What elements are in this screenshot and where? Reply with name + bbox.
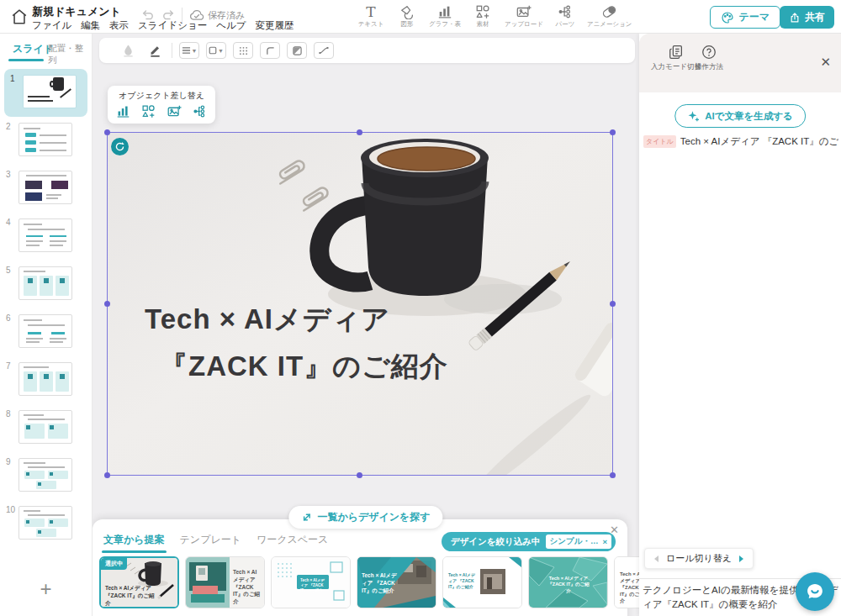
slide-thumb-5[interactable]: 5 [0,261,92,308]
resize-handle-w[interactable] [104,301,110,307]
slide-thumb-9[interactable]: 9 [0,452,92,500]
ai-generate-button[interactable]: AIで文章を生成する [674,104,806,128]
menu-file[interactable]: ファイル [32,19,71,32]
upload-image-icon [516,3,532,19]
save-status: 保存済み [189,9,245,22]
slide-title-entry[interactable]: タイトル Tech × AIメディア 『ZACK IT』のご紹介 [643,135,838,148]
title-text[interactable]: Tech × AIメディア 『ZACK IT』のご紹介 [680,135,838,148]
resize-handle-sw[interactable] [104,472,110,478]
menu-view[interactable]: 表示 [109,19,129,32]
thumbnail [19,362,72,396]
replace-material-icon[interactable] [141,104,156,118]
slide-thumb-8[interactable]: 8 [0,404,92,452]
replace-image-icon[interactable] [167,104,182,118]
expand-icon [301,512,312,523]
slide-title-line2[interactable]: 『ZACK IT』のご紹介 [160,348,448,386]
design-filter-pill[interactable]: デザインを絞り込み中 シンプル・… × [442,532,616,551]
chevron-right-icon[interactable] [738,555,745,563]
thumbnail [19,314,72,348]
chevron-left-icon[interactable] [653,555,659,563]
slide-thumb-3[interactable]: 3 [0,165,92,213]
chart-icon [437,3,452,19]
tool-parts[interactable]: パーツ [551,3,579,29]
document-title[interactable]: 新規ドキュメント [32,4,121,19]
menu-history[interactable]: 変更履歴 [256,19,294,32]
resize-handle-s[interactable] [357,472,362,478]
slide-thumb-1[interactable]: 1 [4,69,87,117]
slide-sidebar: スライド 配置・整列 1 2 [0,34,93,616]
design-thumb-selected[interactable]: 選択中 Tech × AIメディア 『ZACK IT』のご紹介 [99,556,179,608]
home-button[interactable] [8,6,30,28]
role-switch-button[interactable]: ロール切り替え [644,548,754,569]
tool-animation[interactable]: アニメーション [587,3,632,29]
add-slide-button[interactable]: + [0,577,92,601]
share-button[interactable]: 共有 [780,6,834,29]
input-mode-toggle[interactable]: 入力モード切替 [651,44,701,72]
resize-handle-se[interactable] [610,472,616,478]
tab-workspace[interactable]: ワークスペース [257,533,328,547]
replace-chart-icon[interactable] [116,104,130,118]
ai-text-panel: 入力モード切替 操作方法 ✕ AIで文章を生成する タイトル Tech × AI… [639,34,841,616]
tab-arrange[interactable]: 配置・整列 [48,43,92,66]
selected-image-object[interactable]: Tech × AIメディア 『ZACK IT』のご紹介 [108,133,612,475]
resize-handle-n[interactable] [357,129,362,135]
resize-handle-nw[interactable] [104,129,110,135]
fill-color-icon[interactable] [118,42,138,59]
pattern-icon[interactable] [233,42,253,59]
tab-template[interactable]: テンプレート [180,533,241,547]
panel-close-icon[interactable]: ✕ [820,55,831,70]
object-replace-label: オブジェクト差し替え [108,86,215,102]
slide-title-line1[interactable]: Tech × AIメディア [145,301,390,339]
border-color-icon[interactable] [145,42,165,59]
help-button[interactable]: 操作方法 [695,44,723,72]
filter-chip[interactable]: シンプル・… × [546,534,611,549]
curve-icon[interactable] [314,42,334,59]
thumbnail [19,410,72,444]
undo-icon[interactable] [141,8,155,22]
panel-header: 入力モード切替 操作方法 ✕ [639,34,841,92]
design-thumb-6[interactable]: Tech × AIメディア 『ZACK IT』のご紹介 [528,556,608,608]
contrast-icon[interactable] [287,42,307,59]
tool-shapes[interactable]: 図形 [393,3,421,29]
design-suggestion-panel: ✕ 文章から提案 テンプレート ワークスペース デザインを絞り込み中 シンプル・… [93,519,627,616]
tool-upload[interactable]: アップロード [505,3,543,29]
design-thumb-3[interactable]: Tech × AIメディア 『ZACK IT』のご紹介 [271,556,351,608]
slide-thumb-2[interactable]: 2 [0,117,92,165]
object-replace-popup: オブジェクト差し替え [108,86,215,124]
rotate-handle[interactable] [111,138,129,155]
tool-text[interactable]: T テキスト [357,3,385,29]
tool-material[interactable]: 素材 [468,3,497,29]
redo-icon[interactable] [161,8,175,22]
theme-button[interactable]: テーマ [710,6,780,29]
text-icon: T [366,3,375,19]
tool-chart[interactable]: グラフ・表 [429,3,461,29]
explore-designs-button[interactable]: 一覧からデザインを探す [288,506,442,529]
divider [182,8,182,23]
line-style-dropdown[interactable]: ▼ [179,42,199,59]
design-thumb-4[interactable]: Tech × AIメディア 『ZACK IT』のご紹介 [357,556,436,608]
canvas-area: ▼ ▼ オブジェクト差し替え [93,34,639,616]
design-thumb-2[interactable]: Tech × AIメディア 『ZACK IT』のご紹介 [185,556,265,608]
slide-thumb-7[interactable]: 7 [0,356,92,404]
sparkle-icon [687,110,700,123]
insert-tools: T テキスト 図形 グラフ・表 素材 [357,3,632,29]
design-thumbnails: 選択中 Tech × AIメディア 『ZACK IT』のご紹介 Tech × A… [99,556,639,608]
resize-handle-e[interactable] [610,301,616,307]
replace-parts-icon[interactable] [193,104,207,118]
design-thumb-5[interactable]: Tech × AIメディア 『ZACK IT』のご紹介 [442,556,522,608]
title-tag: タイトル [643,135,676,148]
animation-icon [601,3,617,19]
slide-thumb-4[interactable]: 4 [0,213,92,261]
slide-thumb-10[interactable]: 10 [0,500,92,548]
shape-style-dropdown[interactable]: ▼ [206,42,226,59]
tab-from-text[interactable]: 文章から提案 [103,533,165,547]
chat-support-button[interactable] [796,572,834,611]
corner-radius-icon[interactable] [260,42,280,59]
slide-thumb-6[interactable]: 6 [0,308,92,356]
question-icon [701,44,717,61]
resize-handle-ne[interactable] [610,129,616,135]
menu-edit[interactable]: 編集 [81,19,100,32]
design-thumb-7[interactable]: Tech × AIメディア 『ZACK IT』のご紹介 [614,556,639,608]
chip-close-icon[interactable]: × [602,537,607,546]
slide-editor-app: 新規ドキュメント ファイル 編集 表示 スライドショー ヘルプ 変更履歴 保存済… [0,0,841,616]
